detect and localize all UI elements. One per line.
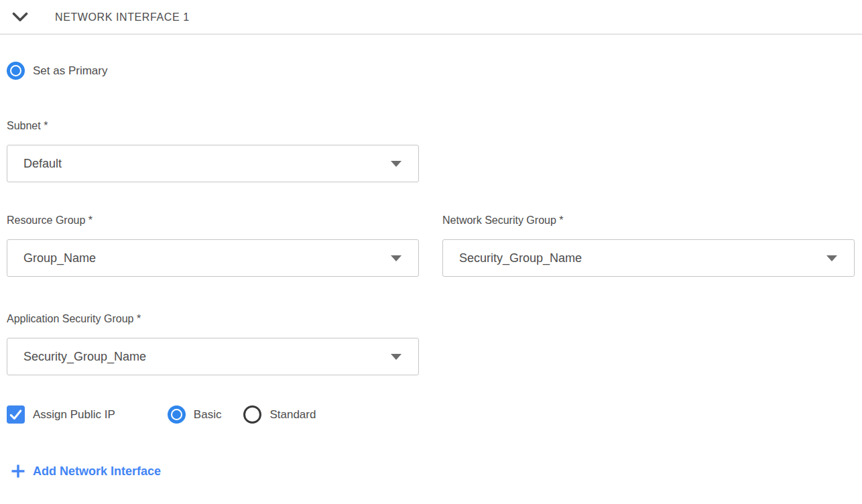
checkmark-icon [8, 407, 23, 422]
plus-icon [11, 464, 25, 479]
subnet-label: Subnet * [7, 120, 419, 132]
radio-dot-icon [172, 410, 181, 419]
network-security-group-value: Security_Group_Name [459, 251, 826, 265]
application-security-group-field: Application Security Group * Security_Gr… [7, 313, 419, 375]
section-header-network-interface-1[interactable]: NETWORK INTERFACE 1 [0, 0, 862, 27]
resource-group-value: Group_Name [23, 251, 391, 265]
assign-public-ip-option[interactable]: Assign Public IP [7, 405, 115, 424]
subnet-dropdown[interactable]: Default [7, 145, 419, 182]
groups-row: Resource Group * Group_Name Network Secu… [7, 214, 862, 277]
application-security-group-value: Security_Group_Name [23, 350, 391, 364]
section-divider [0, 34, 862, 35]
network-security-group-label: Network Security Group * [442, 214, 855, 227]
basic-label: Basic [194, 408, 222, 422]
section-body: Set as Primary Subnet * Default Resource… [0, 62, 862, 481]
network-security-group-dropdown[interactable]: Security_Group_Name [442, 239, 855, 277]
section-title: NETWORK INTERFACE 1 [55, 11, 190, 23]
ip-sku-standard-option[interactable]: Standard [243, 405, 316, 424]
network-interface-panel: NETWORK INTERFACE 1 Set as Primary Subne… [0, 0, 862, 504]
set-as-primary-radio[interactable] [7, 62, 25, 80]
chevron-down-icon[interactable] [12, 12, 28, 23]
add-network-interface-label: Add Network Interface [33, 464, 161, 479]
application-security-group-row: Application Security Group * Security_Gr… [7, 313, 862, 375]
subnet-field: Subnet * Default [7, 120, 419, 182]
public-ip-options-row: Assign Public IP Basic Standard [7, 405, 862, 424]
resource-group-dropdown[interactable]: Group_Name [7, 239, 419, 277]
resource-group-label: Resource Group * [7, 214, 419, 227]
assign-public-ip-label: Assign Public IP [33, 408, 115, 422]
radio-dot-icon [11, 66, 20, 75]
dropdown-caret-icon [391, 354, 402, 360]
dropdown-caret-icon [391, 161, 402, 167]
subnet-row: Subnet * Default [7, 120, 862, 182]
subnet-value: Default [23, 157, 391, 171]
add-network-interface-button[interactable]: Add Network Interface [11, 464, 161, 479]
network-security-group-field: Network Security Group * Security_Group_… [442, 214, 855, 277]
standard-radio[interactable] [243, 405, 261, 424]
assign-public-ip-checkbox[interactable] [7, 405, 25, 424]
ip-sku-basic-option[interactable]: Basic [168, 405, 222, 424]
set-as-primary-option[interactable]: Set as Primary [7, 62, 862, 80]
set-as-primary-label: Set as Primary [33, 64, 107, 78]
application-security-group-label: Application Security Group * [7, 313, 419, 325]
standard-label: Standard [269, 408, 316, 422]
application-security-group-dropdown[interactable]: Security_Group_Name [7, 338, 419, 375]
basic-radio[interactable] [168, 405, 186, 424]
resource-group-field: Resource Group * Group_Name [7, 214, 419, 277]
dropdown-caret-icon [826, 255, 837, 261]
dropdown-caret-icon [391, 255, 402, 261]
